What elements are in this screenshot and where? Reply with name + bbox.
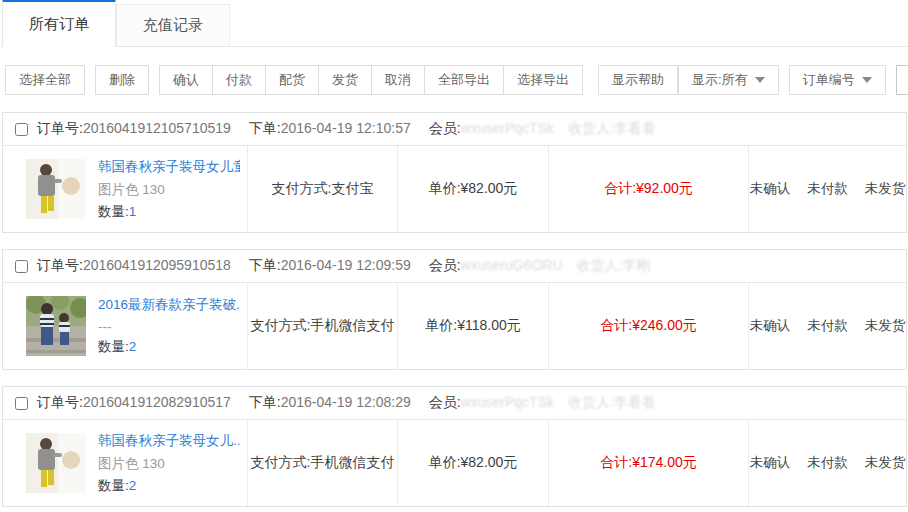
status-unpaid: 未付款 xyxy=(807,180,848,198)
order-number: 订单号:2016041912082910517 xyxy=(37,394,231,412)
export-selected-button[interactable]: 选择导出 xyxy=(504,65,583,95)
product-variant: --- xyxy=(98,319,240,334)
payment-method: 支付方式:支付宝 xyxy=(248,146,398,232)
order-select-checkbox[interactable] xyxy=(15,397,28,410)
filter-area: 显示:所有 订单编号 xyxy=(678,65,908,95)
product-quantity: 数量:1 xyxy=(98,203,240,221)
order-list: 订单号:2016041912105710519 下单:2016-04-19 12… xyxy=(0,112,908,507)
product-quantity: 数量:2 xyxy=(98,477,240,495)
payment-method: 支付方式:手机微信支付 xyxy=(248,420,398,506)
order-no-filter-label: 订单编号 xyxy=(803,71,855,89)
order-select-checkbox[interactable] xyxy=(15,260,28,273)
status-unshipped: 未发货 xyxy=(865,317,906,335)
payment-method: 支付方式:手机微信支付 xyxy=(248,283,398,369)
product-info: 韩国春秋亲子装母女儿... 图片色 130 数量:2 xyxy=(98,432,240,495)
order-total: 合计:¥246.00元 xyxy=(549,283,749,369)
order-action-group: 确认 付款 配货 发货 取消 全部导出 选择导出 xyxy=(159,65,583,95)
order-block: 订单号:2016041912095910518 下单:2016-04-19 12… xyxy=(2,249,907,370)
order-no-filter-dropdown[interactable]: 订单编号 xyxy=(789,65,886,95)
tab-bar: 所有订单 充值记录 xyxy=(0,0,908,47)
tab-all-orders[interactable]: 所有订单 xyxy=(2,0,116,47)
product-image[interactable] xyxy=(26,433,86,493)
product-cell: 韩国春秋亲子装母女儿童... 图片色 130 数量:1 xyxy=(3,146,248,232)
show-help-button[interactable]: 显示帮助 xyxy=(598,65,678,95)
product-cell: 韩国春秋亲子装母女儿... 图片色 130 数量:2 xyxy=(3,420,248,506)
delete-button[interactable]: 删除 xyxy=(95,65,149,95)
order-date: 下单:2016-04-19 12:08:29 xyxy=(249,394,411,412)
status-unpaid: 未付款 xyxy=(807,317,848,335)
product-variant: 图片色 130 xyxy=(98,181,240,199)
status-cell: 未确认 未付款 未发货 xyxy=(749,146,906,232)
product-cell: 2016最新春款亲子装破... --- 数量:2 xyxy=(3,283,248,369)
chevron-down-icon xyxy=(755,77,765,83)
order-row: 2016最新春款亲子装破... --- 数量:2 支付方式:手机微信支付 单价:… xyxy=(3,283,906,369)
order-block: 订单号:2016041912105710519 下单:2016-04-19 12… xyxy=(2,112,907,233)
order-number: 订单号:2016041912105710519 xyxy=(37,120,231,138)
product-info: 韩国春秋亲子装母女儿童... 图片色 130 数量:1 xyxy=(98,158,240,221)
product-name-link[interactable]: 韩国春秋亲子装母女儿... xyxy=(98,432,240,450)
product-name-link[interactable]: 2016最新春款亲子装破... xyxy=(98,296,240,314)
product-info: 2016最新春款亲子装破... --- 数量:2 xyxy=(98,296,240,356)
tab-recharge-records[interactable]: 充值记录 xyxy=(116,4,230,46)
order-consignee: 收货人:李看看 xyxy=(568,394,656,410)
order-total: 合计:¥92.00元 xyxy=(549,146,749,232)
status-unshipped: 未发货 xyxy=(865,454,906,472)
status-unpaid: 未付款 xyxy=(807,454,848,472)
order-consignee: 收货人:李刚 xyxy=(577,257,651,273)
search-input[interactable] xyxy=(896,65,908,95)
chevron-down-icon xyxy=(862,77,872,83)
show-filter-label: 显示:所有 xyxy=(692,71,748,89)
order-row: 韩国春秋亲子装母女儿童... 图片色 130 数量:1 支付方式:支付宝 单价:… xyxy=(3,146,906,232)
order-row: 韩国春秋亲子装母女儿... 图片色 130 数量:2 支付方式:手机微信支付 单… xyxy=(3,420,906,506)
order-member: 会员:wxuserPqcTSk收货人:李看看 xyxy=(429,120,670,138)
order-header: 订单号:2016041912082910517 下单:2016-04-19 12… xyxy=(3,387,906,420)
select-all-button[interactable]: 选择全部 xyxy=(5,65,85,95)
status-unconfirmed: 未确认 xyxy=(750,317,791,335)
unit-price: 单价:¥82.00元 xyxy=(398,146,549,232)
allocate-button[interactable]: 配货 xyxy=(266,65,319,95)
order-member: 会员:wxuserPqcTSk收货人:李看看 xyxy=(429,394,670,412)
status-unconfirmed: 未确认 xyxy=(750,454,791,472)
cancel-button[interactable]: 取消 xyxy=(372,65,425,95)
export-all-button[interactable]: 全部导出 xyxy=(425,65,504,95)
order-total: 合计:¥174.00元 xyxy=(549,420,749,506)
product-image[interactable] xyxy=(26,296,86,356)
pay-button[interactable]: 付款 xyxy=(213,65,266,95)
order-block: 订单号:2016041912082910517 下单:2016-04-19 12… xyxy=(2,386,907,507)
product-image[interactable] xyxy=(26,159,86,219)
order-date: 下单:2016-04-19 12:10:57 xyxy=(249,120,411,138)
status-unshipped: 未发货 xyxy=(865,180,906,198)
order-consignee: 收货人:李看看 xyxy=(568,120,656,136)
order-number: 订单号:2016041912095910518 xyxy=(37,257,231,275)
order-header: 订单号:2016041912105710519 下单:2016-04-19 12… xyxy=(3,113,906,146)
product-variant: 图片色 130 xyxy=(98,455,240,473)
unit-price: 单价:¥118.00元 xyxy=(398,283,549,369)
status-cell: 未确认 未付款 未发货 xyxy=(749,283,906,369)
order-header: 订单号:2016041912095910518 下单:2016-04-19 12… xyxy=(3,250,906,283)
status-unconfirmed: 未确认 xyxy=(750,180,791,198)
product-name-link[interactable]: 韩国春秋亲子装母女儿童... xyxy=(98,158,240,176)
unit-price: 单价:¥82.00元 xyxy=(398,420,549,506)
product-quantity: 数量:2 xyxy=(98,338,240,356)
order-select-checkbox[interactable] xyxy=(15,123,28,136)
status-cell: 未确认 未付款 未发货 xyxy=(749,420,906,506)
toolbar: 选择全部 删除 确认 付款 配货 发货 取消 全部导出 选择导出 显示帮助 显示… xyxy=(0,47,908,95)
confirm-button[interactable]: 确认 xyxy=(159,65,213,95)
order-date: 下单:2016-04-19 12:09:59 xyxy=(249,257,411,275)
ship-button[interactable]: 发货 xyxy=(319,65,372,95)
order-member: 会员:wxuseruG6ORU收货人:李刚 xyxy=(429,257,665,275)
show-filter-dropdown[interactable]: 显示:所有 xyxy=(678,65,779,95)
